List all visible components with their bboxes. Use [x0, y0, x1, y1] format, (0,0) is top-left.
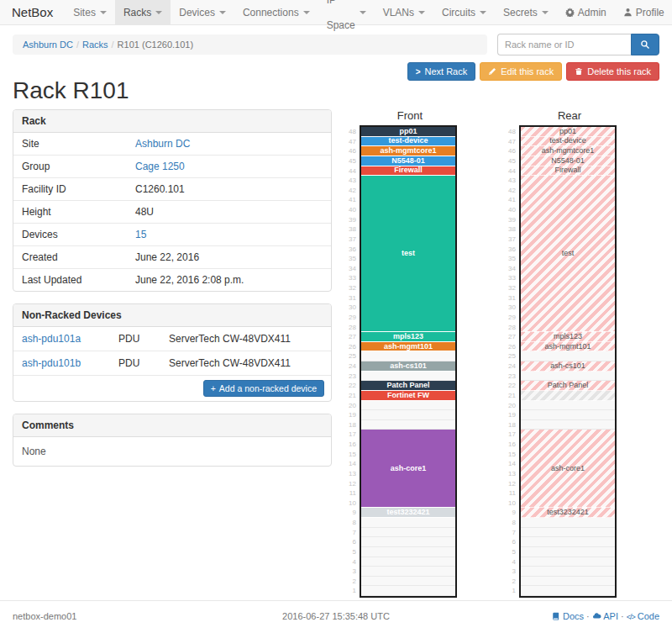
rack-attributes-table: SiteAshburn DC GroupCage 1250 Facility I… [13, 133, 331, 291]
nav-item-racks[interactable]: Racks [115, 0, 171, 24]
rack-device-rear[interactable]: Patch Panel [521, 381, 615, 391]
code-link[interactable]: </> Code [627, 611, 659, 621]
rack-device-rear[interactable]: ash-mgmt101 [521, 342, 615, 352]
rack-device-front[interactable]: test [361, 176, 455, 332]
unit-number: 11 [346, 488, 356, 498]
unit-number: 24 [506, 361, 516, 372]
unit-number: 42 [346, 186, 356, 196]
table-row: Facility IDC1260.101 [13, 178, 331, 201]
rack-device-rear[interactable]: test3232421 [521, 508, 615, 518]
unit-number: 27 [506, 332, 516, 342]
devices-count-link[interactable]: 15 [135, 229, 146, 240]
rack-device-front[interactable]: ash-mgmtcore1 [361, 146, 455, 156]
rack-device-front[interactable]: pp01 [361, 127, 455, 137]
unit-number: 15 [346, 450, 356, 460]
unit-number: 6 [346, 537, 356, 547]
plus-icon: + [211, 383, 216, 393]
nav-item-vlans[interactable]: VLANs [375, 0, 433, 24]
api-link[interactable]: API [592, 611, 618, 621]
site-link[interactable]: Ashburn DC [135, 138, 190, 150]
app-brand[interactable]: NetBox [0, 0, 65, 24]
rack-device-front[interactable]: ash-core1 [361, 430, 455, 508]
table-row: ash-pdu101b PDU ServerTech CW-48VDX411 [13, 351, 331, 376]
unit-number: 44 [346, 166, 356, 177]
left-column: Rack SiteAshburn DC GroupCage 1250 Facil… [13, 109, 332, 478]
rack-unit-empty [361, 528, 455, 538]
rack-device-front[interactable]: Fortinet FW [361, 391, 455, 401]
rack-device-front[interactable]: Firewall [361, 166, 455, 177]
add-non-racked-device-button[interactable]: + Add a non-racked device [203, 380, 324, 397]
unit-number: 3 [506, 567, 516, 577]
nav-item-secrets[interactable]: Secrets [495, 0, 557, 24]
unit-number: 41 [346, 195, 356, 205]
unit-number: 12 [506, 479, 516, 489]
rack-device-rear[interactable]: N5548-01 [521, 156, 615, 166]
rack-device-front[interactable]: ash-mgmt101 [361, 342, 455, 352]
comments-panel: Comments None [13, 414, 332, 467]
search-input[interactable] [497, 34, 631, 55]
rack-device-front[interactable]: N5548-01 [361, 156, 455, 166]
device-link[interactable]: ash-pdu101b [22, 357, 81, 369]
delete-rack-button[interactable]: Delete this rack [566, 62, 659, 81]
unit-number: 28 [346, 323, 356, 333]
nav-item-ip-space[interactable]: IP Space [318, 0, 375, 24]
unit-number: 7 [346, 528, 356, 538]
last-updated-value: June 22, 2016 2:08 p.m. [127, 269, 331, 292]
rack-device-rear[interactable]: ash-mgmtcore1 [521, 146, 615, 156]
unit-number: 31 [346, 293, 356, 303]
edit-rack-button[interactable]: Edit this rack [480, 62, 562, 81]
unit-number: 36 [346, 245, 356, 255]
next-rack-button[interactable]: > Next Rack [407, 62, 476, 81]
chevron-down-icon [219, 11, 226, 14]
unit-number: 30 [506, 303, 516, 313]
action-buttons: > Next Rack Edit this rack Delete this r… [407, 62, 659, 81]
unit-number: 19 [506, 410, 516, 420]
rack-device-rear[interactable]: pp01 [521, 127, 615, 137]
docs-link[interactable]: Docs [552, 611, 584, 621]
nav-item-devices[interactable]: Devices [171, 0, 234, 24]
device-link[interactable]: ash-pdu101a [22, 333, 81, 345]
nav-item-connections[interactable]: Connections [234, 0, 318, 24]
unit-number: 2 [346, 577, 356, 587]
unit-number: 9 [346, 508, 356, 518]
rack-device-rear[interactable]: test-device [521, 137, 615, 147]
unit-number: 22 [506, 381, 516, 391]
rack-unit-empty [521, 401, 615, 411]
unit-number: 35 [346, 254, 356, 264]
unit-number: 21 [346, 391, 356, 401]
breadcrumb-racks-link[interactable]: Racks [82, 40, 108, 50]
rack-panel: Rack SiteAshburn DC GroupCage 1250 Facil… [13, 109, 332, 292]
unit-number: 10 [506, 498, 516, 509]
rack-elevations: Front 4847464544434241403938373635343332… [346, 109, 617, 598]
unit-number: 13 [346, 469, 356, 479]
unit-number: 33 [506, 273, 516, 283]
unit-number: 34 [506, 264, 516, 274]
rack-device-front[interactable]: test-device [361, 137, 455, 147]
footer-timestamp: 2016-06-27 15:35:48 UTC [228, 611, 444, 621]
rack-unit-empty [521, 537, 615, 547]
rack-device-rear[interactable] [521, 391, 615, 401]
unit-number: 9 [506, 508, 516, 518]
rack-device-rear[interactable]: mpls123 [521, 332, 615, 342]
unit-number: 47 [506, 137, 516, 147]
unit-number: 46 [506, 146, 516, 156]
profile-link[interactable]: Profile [615, 0, 672, 24]
nav-item-circuits[interactable]: Circuits [433, 0, 495, 24]
rack-device-rear[interactable]: Firewall [521, 166, 615, 177]
group-link[interactable]: Cage 1250 [135, 161, 185, 172]
unit-number: 36 [506, 245, 516, 255]
breadcrumb-site-link[interactable]: Ashburn DC [23, 40, 73, 50]
search-button[interactable] [631, 34, 659, 55]
rack-device-front[interactable]: ash-cs101 [361, 361, 455, 372]
rack-unit-empty [361, 557, 455, 567]
table-row: ash-pdu101a PDU ServerTech CW-48VDX411 [13, 327, 331, 351]
rack-device-front[interactable]: test3232421 [361, 508, 455, 518]
admin-link[interactable]: Admin [557, 0, 615, 24]
rack-device-front[interactable]: mpls123 [361, 332, 455, 342]
nav-item-sites[interactable]: Sites [65, 0, 115, 24]
rack-device-rear[interactable]: ash-core1 [521, 430, 615, 508]
rack-device-front[interactable]: Patch Panel [361, 381, 455, 391]
rack-device-rear[interactable]: ash-cs101 [521, 361, 615, 372]
rack-device-rear[interactable]: test [521, 176, 615, 332]
rack-unit-empty [361, 420, 455, 430]
